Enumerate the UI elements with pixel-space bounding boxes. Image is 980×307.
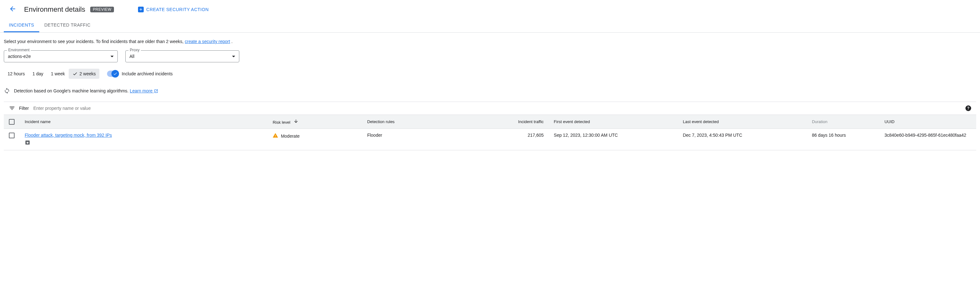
risk-level-value: Moderate — [281, 134, 299, 138]
intro-after: . — [230, 39, 233, 44]
intro-text: Select your environment to see your inci… — [4, 39, 976, 44]
time-2-weeks-label: 2 weeks — [80, 71, 95, 76]
warning-icon — [272, 133, 278, 139]
last-event-value: Dec 7, 2023, 4:50:43 PM UTC — [678, 129, 807, 150]
time-1-day[interactable]: 1 day — [29, 69, 47, 79]
plus-icon: + — [138, 6, 144, 12]
filter-bar: Filter ? — [4, 102, 976, 115]
col-risk-level[interactable]: Risk level — [267, 115, 362, 129]
col-incident-name[interactable]: Incident name — [20, 115, 267, 129]
chevron-down-icon — [232, 56, 235, 57]
detection-info: Detection based on Google's machine lear… — [4, 87, 976, 94]
refresh-icon — [4, 87, 10, 94]
proxy-label: Proxy — [129, 48, 141, 52]
first-event-value: Sep 12, 2023, 12:30:00 AM UTC — [549, 129, 678, 150]
col-detection-rules[interactable]: Detection rules — [362, 115, 458, 129]
detection-text: Detection based on Google's machine lear… — [14, 88, 130, 93]
create-report-link[interactable]: create a security report — [185, 39, 230, 44]
time-range-selector: 12 hours 1 day 1 week 2 weeks — [4, 69, 99, 79]
proxy-select[interactable]: Proxy All — [125, 50, 239, 62]
environment-value: actions-e2e — [8, 54, 31, 59]
col-first-event[interactable]: First event detected — [549, 115, 678, 129]
col-duration[interactable]: Duration — [807, 115, 879, 129]
archive-icon[interactable] — [25, 140, 262, 146]
external-link-icon — [154, 89, 158, 93]
uuid-value: 3c840e60-b949-4295-865f-61ec480faa42 — [879, 129, 976, 150]
back-arrow-icon[interactable] — [6, 3, 19, 16]
incident-traffic-value: 217,605 — [458, 129, 549, 150]
time-1-week[interactable]: 1 week — [47, 69, 69, 79]
check-icon — [73, 71, 78, 76]
incidents-table: Incident name Risk level Detection rules… — [4, 115, 976, 150]
preview-badge: PREVIEW — [90, 6, 114, 12]
create-security-action-button[interactable]: + CREATE SECURITY ACTION — [138, 6, 208, 12]
check-icon — [113, 72, 118, 76]
col-last-event[interactable]: Last event detected — [678, 115, 807, 129]
tab-detected-traffic[interactable]: DETECTED TRAFFIC — [39, 19, 95, 32]
detection-rules-value: Flooder — [362, 129, 458, 150]
page-header: Environment details PREVIEW + CREATE SEC… — [0, 0, 980, 19]
tab-incidents[interactable]: INCIDENTS — [4, 19, 39, 32]
table-row: Flooder attack, targeting mock, from 392… — [4, 129, 976, 150]
environment-label: Environment — [7, 48, 31, 52]
tabs: INCIDENTS DETECTED TRAFFIC — [0, 19, 980, 33]
proxy-value: All — [129, 54, 135, 59]
col-uuid[interactable]: UUID — [879, 115, 976, 129]
duration-value: 86 days 16 hours — [807, 129, 879, 150]
time-12-hours[interactable]: 12 hours — [4, 69, 29, 79]
filter-icon — [9, 105, 15, 111]
col-incident-traffic[interactable]: Incident traffic — [458, 115, 549, 129]
select-all-checkbox[interactable] — [9, 119, 14, 125]
learn-more-link[interactable]: Learn more — [130, 88, 158, 93]
create-action-label: CREATE SECURITY ACTION — [146, 7, 208, 12]
include-archived-label: Include archived incidents — [122, 71, 172, 76]
incident-name-link[interactable]: Flooder attack, targeting mock, from 392… — [25, 133, 112, 138]
environment-select[interactable]: Environment actions-e2e — [4, 50, 118, 62]
filter-input[interactable] — [33, 105, 962, 111]
time-2-weeks[interactable]: 2 weeks — [69, 69, 99, 79]
sort-down-icon — [293, 119, 299, 125]
include-archived-toggle[interactable] — [107, 71, 118, 77]
help-icon[interactable]: ? — [966, 105, 971, 111]
intro-before: Select your environment to see your inci… — [4, 39, 185, 44]
row-checkbox[interactable] — [9, 133, 14, 138]
chevron-down-icon — [110, 56, 114, 57]
page-title: Environment details — [24, 5, 85, 14]
filter-label: Filter — [19, 106, 29, 111]
